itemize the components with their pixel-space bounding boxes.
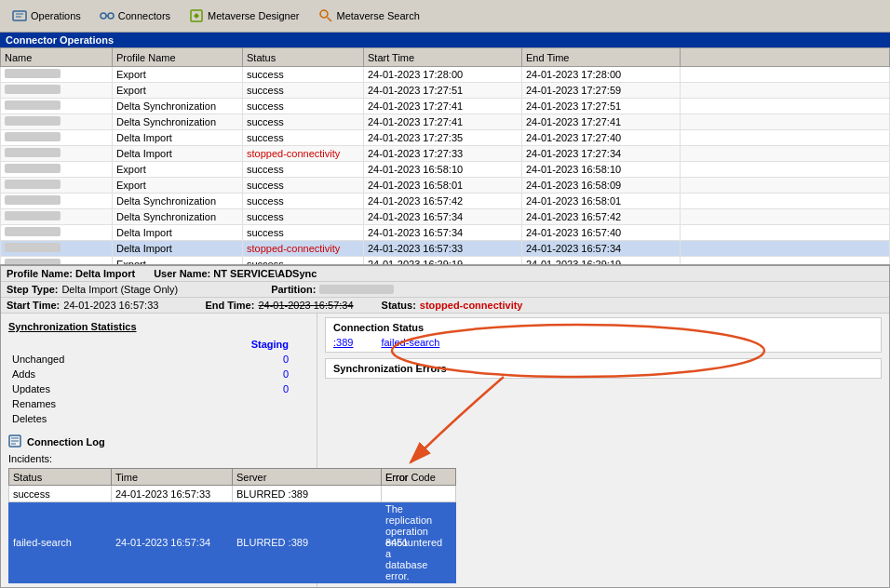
- detail-user-name: User Name: NT SERVICE\ADSync: [154, 268, 317, 279]
- table-cell-status: success: [243, 225, 364, 241]
- table-cell-profile: Export: [113, 83, 243, 99]
- table-row[interactable]: Exportsuccess24-01-2023 17:27:5124-01-20…: [1, 83, 890, 99]
- inc-time: 24-01-2023 16:57:34: [112, 502, 233, 583]
- table-cell-status: success: [243, 130, 364, 146]
- unchanged-value: 0: [213, 353, 307, 366]
- status-label: Status:: [382, 300, 416, 311]
- table-cell-name: [1, 83, 113, 99]
- table-row[interactable]: Exportsuccess24-01-2023 16:29:1924-01-20…: [1, 257, 890, 266]
- table-cell-end: 24-01-2023 16:29:19: [522, 257, 681, 266]
- svg-point-7: [320, 10, 328, 18]
- table-row[interactable]: Delta Synchronizationsuccess24-01-2023 1…: [1, 209, 890, 225]
- table-cell-extra: [681, 225, 890, 241]
- table-cell-name: [1, 225, 113, 241]
- table-cell-profile: Delta Synchronization: [113, 209, 243, 225]
- col-status: Status: [243, 48, 364, 67]
- table-cell-extra: [681, 194, 890, 209]
- detail-profile-name: Profile Name: Delta Import: [7, 268, 135, 279]
- table-cell-name: [1, 257, 113, 266]
- incidents-label: Incidents:: [8, 453, 309, 464]
- metaverse-designer-button[interactable]: Metaverse Designer: [181, 2, 307, 30]
- table-row[interactable]: Exportsuccess24-01-2023 16:58:0124-01-20…: [1, 178, 890, 194]
- svg-rect-0: [13, 11, 26, 20]
- connectors-button[interactable]: Connectors: [91, 2, 179, 30]
- table-cell-status: success: [243, 209, 364, 225]
- table-cell-profile: Export: [113, 178, 243, 194]
- table-cell-status: success: [243, 162, 364, 178]
- start-time-label: Start Time:: [7, 300, 60, 311]
- partition-value: [319, 285, 394, 294]
- table-cell-start: 24-01-2023 16:57:34: [364, 225, 522, 241]
- table-cell-status: success: [243, 83, 364, 99]
- toolbar: Operations Connectors Metaverse Designer: [0, 0, 890, 33]
- inc-col-status: Status: [9, 469, 112, 486]
- conn-links: :389 failed-search: [333, 337, 873, 348]
- table-cell-extra: [681, 241, 890, 257]
- end-time-value: 24-01-2023 16:57:34: [258, 300, 353, 311]
- detail-panel: Profile Name: Delta Import User Name: NT…: [0, 265, 890, 588]
- table-cell-start: 24-01-2023 17:27:51: [364, 83, 522, 99]
- table-cell-profile: Delta Import: [113, 241, 243, 257]
- sync-stats-title: Synchronization Statistics: [8, 321, 309, 332]
- table-cell-end: 24-01-2023 16:57:34: [522, 241, 681, 257]
- conn-link-1[interactable]: :389: [333, 337, 353, 348]
- end-time-label: End Time:: [205, 300, 254, 311]
- table-cell-end: 24-01-2023 16:58:09: [522, 178, 681, 194]
- table-cell-extra: [681, 209, 890, 225]
- table-cell-start: 24-01-2023 17:27:41: [364, 114, 522, 130]
- table-cell-start: 24-01-2023 16:29:19: [364, 257, 522, 266]
- table-cell-end: 24-01-2023 16:57:42: [522, 209, 681, 225]
- search-icon: [318, 8, 333, 23]
- detail-times-row: Start Time: 24-01-2023 16:57:33 End Time…: [1, 298, 889, 314]
- table-cell-profile: Delta Synchronization: [113, 114, 243, 130]
- col-start: Start Time: [364, 48, 522, 67]
- table-row[interactable]: Delta Synchronizationsuccess24-01-2023 1…: [1, 194, 890, 209]
- inc-status: success: [9, 486, 112, 502]
- table-row[interactable]: Exportsuccess24-01-2023 17:28:0024-01-20…: [1, 67, 890, 83]
- operations-button[interactable]: Operations: [4, 2, 89, 30]
- inc-status: failed-search: [9, 502, 112, 583]
- table-row[interactable]: Delta Importsuccess24-01-2023 17:27:3524…: [1, 130, 890, 146]
- table-cell-start: 24-01-2023 17:27:33: [364, 146, 522, 162]
- table-cell-status: success: [243, 257, 364, 266]
- ops-icon: [12, 8, 27, 23]
- table-cell-status: stopped-connectivity: [243, 241, 364, 257]
- table-row[interactable]: Delta Synchronizationsuccess24-01-2023 1…: [1, 99, 890, 114]
- conn-icon: [100, 8, 115, 23]
- table-cell-extra: [681, 162, 890, 178]
- table-row[interactable]: Delta Importstopped-connectivity24-01-20…: [1, 241, 890, 257]
- table-row[interactable]: Delta Importsuccess24-01-2023 16:57:3424…: [1, 225, 890, 241]
- svg-line-8: [327, 18, 331, 22]
- table-cell-name: [1, 209, 113, 225]
- table-row[interactable]: Delta Synchronizationsuccess24-01-2023 1…: [1, 114, 890, 130]
- table-cell-start: 24-01-2023 17:28:00: [364, 67, 522, 83]
- conn-link-2[interactable]: failed-search: [381, 337, 439, 348]
- table-cell-start: 24-01-2023 16:58:10: [364, 162, 522, 178]
- table-cell-extra: [681, 178, 890, 194]
- table-row[interactable]: Exportsuccess24-01-2023 16:58:1024-01-20…: [1, 162, 890, 178]
- partition-label: Partition:: [271, 284, 316, 295]
- table-cell-end: 24-01-2023 17:27:41: [522, 114, 681, 130]
- detail-left-panel: Synchronization Statistics Staging Uncha…: [1, 314, 317, 587]
- table-row[interactable]: Delta Importstopped-connectivity24-01-20…: [1, 146, 890, 162]
- main-table-body: Exportsuccess24-01-2023 17:28:0024-01-20…: [1, 67, 890, 266]
- conn-log-label: Connection Log: [27, 436, 105, 448]
- updates-value: 0: [213, 382, 307, 395]
- metaverse-search-button[interactable]: Metaverse Search: [310, 2, 428, 30]
- table-cell-name: [1, 99, 113, 114]
- table-cell-start: 24-01-2023 17:27:35: [364, 130, 522, 146]
- table-cell-extra: [681, 146, 890, 162]
- status-value: stopped-connectivity: [420, 300, 523, 311]
- table-cell-status: success: [243, 194, 364, 209]
- table-cell-profile: Export: [113, 257, 243, 266]
- connector-operations-table-area[interactable]: Name Profile Name Status Start Time End …: [0, 47, 890, 265]
- table-cell-name: [1, 241, 113, 257]
- table-cell-profile: Delta Synchronization: [113, 194, 243, 209]
- table-cell-name: [1, 130, 113, 146]
- table-cell-profile: Delta Import: [113, 130, 243, 146]
- table-cell-profile: Delta Import: [113, 225, 243, 241]
- table-cell-extra: [681, 130, 890, 146]
- table-cell-name: [1, 194, 113, 209]
- connector-operations-table: Name Profile Name Status Start Time End …: [0, 47, 890, 265]
- table-cell-name: [1, 178, 113, 194]
